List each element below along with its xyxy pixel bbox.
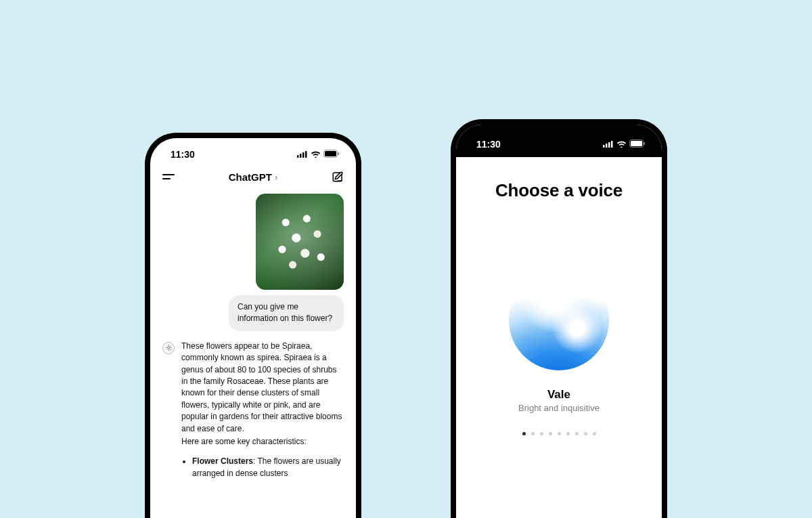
svg-rect-9 bbox=[603, 145, 605, 148]
wifi-icon bbox=[311, 149, 321, 160]
battery-icon bbox=[323, 149, 340, 160]
page-dot[interactable] bbox=[531, 432, 535, 435]
status-time: 11:30 bbox=[476, 139, 501, 150]
app-header: ChatGPT › bbox=[150, 165, 356, 190]
svg-rect-15 bbox=[644, 142, 646, 145]
user-message-text: Can you give me information on this flow… bbox=[238, 302, 332, 323]
assistant-paragraph: These flowers appear to be Spiraea, comm… bbox=[181, 341, 342, 433]
svg-rect-10 bbox=[606, 144, 608, 148]
page-dot[interactable] bbox=[575, 432, 579, 435]
page-dot[interactable] bbox=[540, 432, 543, 435]
assistant-lead: Here are some key characteristics: bbox=[181, 436, 344, 448]
voice-name: Vale bbox=[460, 388, 658, 402]
cellular-icon bbox=[297, 149, 308, 160]
menu-icon[interactable] bbox=[162, 174, 175, 179]
svg-rect-6 bbox=[338, 152, 340, 155]
voice-orb[interactable] bbox=[509, 270, 609, 370]
bullet-item: Flower Clusters: The flowers are usually… bbox=[192, 456, 344, 479]
assistant-avatar-icon bbox=[162, 342, 175, 354]
bullet-title: Flower Clusters bbox=[192, 456, 253, 466]
status-bar: 11:30 bbox=[456, 125, 662, 157]
sheet-title: Choose a voice bbox=[460, 180, 658, 201]
svg-rect-2 bbox=[302, 152, 304, 158]
chat-body: Can you give me information on this flow… bbox=[150, 194, 356, 486]
status-icons bbox=[603, 139, 646, 150]
svg-rect-5 bbox=[325, 151, 336, 156]
svg-rect-0 bbox=[297, 155, 299, 158]
cellular-icon bbox=[603, 139, 614, 150]
chevron-right-icon: › bbox=[275, 172, 277, 182]
user-uploaded-image[interactable] bbox=[256, 194, 344, 290]
svg-point-8 bbox=[167, 347, 170, 349]
svg-rect-14 bbox=[631, 141, 642, 146]
page-dot[interactable] bbox=[549, 432, 552, 435]
phone-chat: 11:30 ChatGPT › Can you give me informat… bbox=[145, 133, 361, 518]
voice-description: Bright and inquisitive bbox=[460, 403, 658, 413]
page-dot[interactable] bbox=[593, 432, 596, 435]
voice-sheet: Choose a voice Vale Bright and inquisiti… bbox=[460, 157, 658, 518]
assistant-bullets: Flower Clusters: The flowers are usually… bbox=[181, 456, 344, 479]
page-dot[interactable] bbox=[558, 432, 561, 435]
svg-rect-1 bbox=[300, 154, 302, 158]
svg-rect-12 bbox=[611, 141, 613, 148]
page-dot[interactable] bbox=[566, 432, 570, 435]
status-time: 11:30 bbox=[171, 149, 195, 160]
page-indicator[interactable] bbox=[460, 432, 658, 435]
assistant-text: These flowers appear to be Spiraea, comm… bbox=[181, 341, 344, 486]
svg-rect-11 bbox=[608, 142, 610, 148]
header-title[interactable]: ChatGPT › bbox=[229, 171, 278, 183]
phone-voice: 11:30 Choose a voice Vale Bright and inq… bbox=[451, 119, 667, 518]
compose-icon[interactable] bbox=[332, 171, 344, 183]
battery-icon bbox=[629, 139, 646, 150]
page-dot[interactable] bbox=[584, 432, 587, 435]
user-message-group: Can you give me information on this flow… bbox=[162, 194, 344, 331]
svg-rect-3 bbox=[305, 151, 307, 158]
status-icons bbox=[297, 149, 340, 160]
user-message-bubble: Can you give me information on this flow… bbox=[229, 295, 344, 331]
status-bar: 11:30 bbox=[150, 138, 356, 165]
header-title-text: ChatGPT bbox=[229, 171, 272, 183]
page-dot[interactable] bbox=[522, 432, 526, 435]
assistant-message: These flowers appear to be Spiraea, comm… bbox=[162, 341, 344, 486]
wifi-icon bbox=[616, 139, 627, 150]
